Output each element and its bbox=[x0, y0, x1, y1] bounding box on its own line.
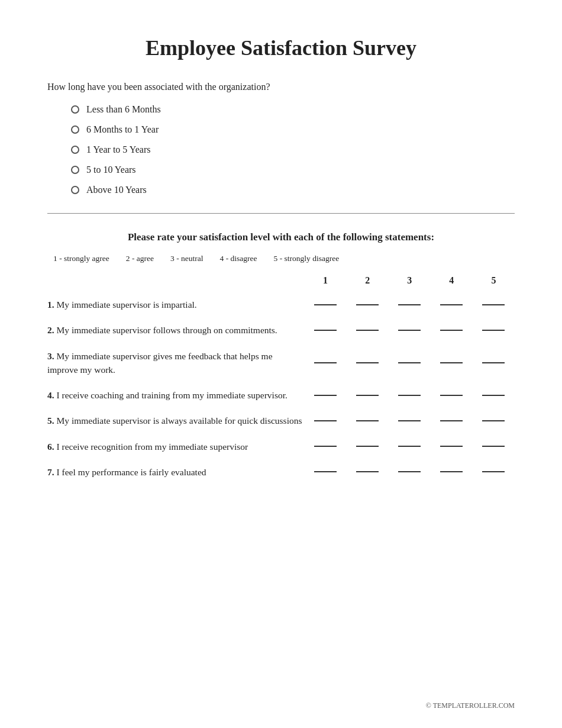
section-divider bbox=[47, 213, 515, 214]
scale-number: 2 bbox=[358, 275, 376, 286]
list-item[interactable]: 5 to 10 Years bbox=[71, 165, 515, 175]
legend-item: 1 - strongly agree bbox=[53, 254, 109, 263]
rating-lines bbox=[305, 471, 515, 472]
rating-cell[interactable] bbox=[305, 317, 515, 343]
radio-circle bbox=[71, 125, 79, 134]
scale-header: 12345 bbox=[305, 275, 515, 286]
table-row: 6. I receive recognition from my immedia… bbox=[47, 434, 515, 459]
rating-blank-line[interactable] bbox=[314, 420, 337, 421]
section-title: Please rate your satisfaction level with… bbox=[47, 231, 515, 243]
rating-blank-line[interactable] bbox=[482, 446, 505, 447]
rating-blank-line[interactable] bbox=[356, 395, 379, 396]
statement-number: 3. bbox=[47, 351, 54, 361]
rating-blank-line[interactable] bbox=[482, 362, 505, 363]
table-row: 1. My immediate supervisor is impartial. bbox=[47, 292, 515, 317]
rating-blank-line[interactable] bbox=[314, 395, 337, 396]
rating-cell[interactable] bbox=[305, 408, 515, 433]
radio-circle bbox=[71, 166, 79, 174]
rating-blank-line[interactable] bbox=[314, 446, 337, 447]
rating-blank-line[interactable] bbox=[314, 471, 337, 472]
option-label: 6 Months to 1 Year bbox=[86, 124, 159, 135]
radio-circle bbox=[71, 146, 79, 154]
rating-blank-line[interactable] bbox=[314, 330, 337, 331]
statement-text: 3. My immediate supervisor gives me feed… bbox=[47, 343, 305, 383]
scale-number: 5 bbox=[485, 275, 502, 286]
rating-blank-line[interactable] bbox=[440, 471, 463, 472]
rating-blank-line[interactable] bbox=[440, 362, 463, 363]
legend-item: 5 - strongly disagree bbox=[274, 254, 340, 263]
rating-lines bbox=[305, 330, 515, 331]
option-label: Above 10 Years bbox=[86, 185, 147, 195]
statement-text: 2. My immediate supervisor follows throu… bbox=[47, 317, 305, 343]
rating-blank-line[interactable] bbox=[440, 330, 463, 331]
table-row: 7. I feel my performance is fairly evalu… bbox=[47, 459, 515, 485]
table-row: 4. I receive coaching and training from … bbox=[47, 382, 515, 408]
rating-table: 12345 1. My immediate supervisor is impa… bbox=[47, 269, 515, 485]
scale-number: 3 bbox=[400, 275, 418, 286]
rating-blank-line[interactable] bbox=[482, 395, 505, 396]
rating-blank-line[interactable] bbox=[314, 304, 337, 305]
rating-blank-line[interactable] bbox=[440, 304, 463, 305]
statement-number: 7. bbox=[47, 467, 54, 477]
legend-item: 2 - agree bbox=[126, 254, 154, 263]
legend-item: 3 - neutral bbox=[170, 254, 203, 263]
statement-number: 4. bbox=[47, 390, 54, 400]
rating-cell[interactable] bbox=[305, 459, 515, 485]
rating-blank-line[interactable] bbox=[398, 446, 421, 447]
rating-lines bbox=[305, 304, 515, 305]
rating-blank-line[interactable] bbox=[440, 395, 463, 396]
statement-text: 1. My immediate supervisor is impartial. bbox=[47, 292, 305, 317]
rating-cell[interactable] bbox=[305, 382, 515, 408]
rating-blank-line[interactable] bbox=[356, 362, 379, 363]
list-item[interactable]: Above 10 Years bbox=[71, 185, 515, 195]
rating-lines bbox=[305, 395, 515, 396]
statements-body: 1. My immediate supervisor is impartial.… bbox=[47, 292, 515, 485]
rating-blank-line[interactable] bbox=[398, 304, 421, 305]
rating-blank-line[interactable] bbox=[314, 362, 337, 363]
rating-blank-line[interactable] bbox=[440, 420, 463, 421]
list-item[interactable]: Less than 6 Months bbox=[71, 104, 515, 115]
rating-blank-line[interactable] bbox=[398, 330, 421, 331]
statement-text: 5. My immediate supervisor is always ava… bbox=[47, 408, 305, 433]
rating-blank-line[interactable] bbox=[482, 420, 505, 421]
legend-item: 4 - disagree bbox=[220, 254, 257, 263]
statement-text: 4. I receive coaching and training from … bbox=[47, 382, 305, 408]
scale-number: 4 bbox=[443, 275, 460, 286]
option-label: Less than 6 Months bbox=[86, 104, 161, 115]
rating-lines bbox=[305, 362, 515, 363]
list-item[interactable]: 1 Year to 5 Years bbox=[71, 144, 515, 155]
rating-lines bbox=[305, 446, 515, 447]
rating-blank-line[interactable] bbox=[356, 330, 379, 331]
rating-lines bbox=[305, 420, 515, 421]
rating-cell[interactable] bbox=[305, 343, 515, 383]
rating-blank-line[interactable] bbox=[482, 471, 505, 472]
option-label: 5 to 10 Years bbox=[86, 165, 136, 175]
rating-blank-line[interactable] bbox=[356, 471, 379, 472]
rating-blank-line[interactable] bbox=[398, 420, 421, 421]
rating-blank-line[interactable] bbox=[398, 395, 421, 396]
rating-blank-line[interactable] bbox=[356, 446, 379, 447]
rating-blank-line[interactable] bbox=[356, 304, 379, 305]
rating-cell[interactable] bbox=[305, 434, 515, 459]
statement-text: 7. I feel my performance is fairly evalu… bbox=[47, 459, 305, 485]
footer: © TEMPLATEROLLER.COM bbox=[426, 701, 515, 710]
statement-number: 6. bbox=[47, 442, 54, 452]
statement-number: 1. bbox=[47, 299, 54, 310]
radio-circle bbox=[71, 186, 79, 194]
scale-number: 1 bbox=[316, 275, 334, 286]
page-title: Employee Satisfaction Survey bbox=[47, 36, 515, 60]
rating-blank-line[interactable] bbox=[398, 362, 421, 363]
association-duration-options: Less than 6 Months6 Months to 1 Year1 Ye… bbox=[47, 104, 515, 195]
list-item[interactable]: 6 Months to 1 Year bbox=[71, 124, 515, 135]
rating-cell[interactable] bbox=[305, 292, 515, 317]
rating-blank-line[interactable] bbox=[482, 330, 505, 331]
rating-blank-line[interactable] bbox=[440, 446, 463, 447]
radio-circle bbox=[71, 105, 79, 114]
table-row: 3. My immediate supervisor gives me feed… bbox=[47, 343, 515, 383]
option-label: 1 Year to 5 Years bbox=[86, 144, 150, 155]
statement-text: 6. I receive recognition from my immedia… bbox=[47, 434, 305, 459]
rating-blank-line[interactable] bbox=[482, 304, 505, 305]
rating-blank-line[interactable] bbox=[398, 471, 421, 472]
table-row: 2. My immediate supervisor follows throu… bbox=[47, 317, 515, 343]
rating-blank-line[interactable] bbox=[356, 420, 379, 421]
